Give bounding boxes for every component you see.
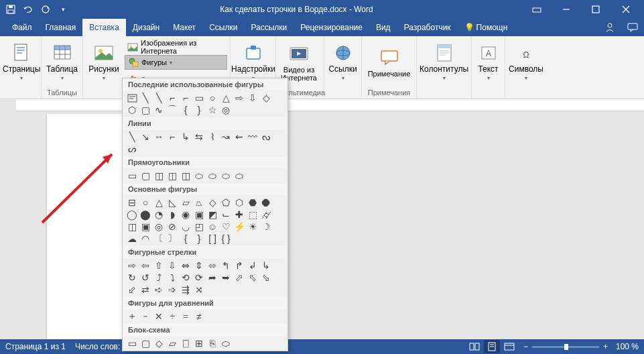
shape-double-arrow[interactable]: ↔ bbox=[152, 131, 166, 143]
tab-view[interactable]: Вид bbox=[369, 19, 397, 36]
shape-brace[interactable]: { bbox=[179, 104, 192, 116]
shape-bracepair[interactable]: { } bbox=[219, 233, 233, 245]
shape-dodecagon[interactable]: ⬤ bbox=[139, 209, 152, 221]
shape-arrow[interactable]: ⇔ bbox=[179, 259, 192, 272]
shape-round-rect[interactable]: ⬭ bbox=[192, 170, 206, 182]
shape-snip-rect[interactable]: ◫ bbox=[152, 170, 166, 182]
shape-arrow[interactable]: ⇧ bbox=[152, 259, 166, 272]
shape-diamond[interactable]: ◇ bbox=[206, 196, 219, 209]
zoom-slider[interactable] bbox=[532, 346, 599, 348]
shape-arrow[interactable]: ↳ bbox=[259, 259, 273, 272]
shape-arrow[interactable]: ↰ bbox=[219, 259, 233, 272]
shape-oval[interactable]: ○ bbox=[206, 92, 219, 104]
shape-decision[interactable]: ◇ bbox=[152, 337, 166, 349]
shape-bevel[interactable]: ▣ bbox=[139, 221, 152, 233]
shape-bracketpair[interactable]: [ ] bbox=[206, 233, 219, 245]
pages-button[interactable]: Страницы▾ bbox=[3, 38, 40, 87]
shape-arrow[interactable]: ⤨ bbox=[192, 284, 206, 296]
shape-arc[interactable]: ◠ bbox=[139, 233, 152, 245]
shape-star[interactable]: ☆ bbox=[206, 104, 219, 116]
shape-arrow[interactable]: ⬁ bbox=[246, 272, 259, 284]
shape-curve[interactable]: ∿ bbox=[152, 104, 166, 116]
shape-curve-arrow[interactable]: ↝ bbox=[219, 131, 233, 143]
maximize-button[interactable] bbox=[581, 0, 610, 19]
shape-arrow[interactable]: ⟳ bbox=[192, 272, 206, 284]
shape-connector[interactable]: ⌐ bbox=[166, 92, 179, 104]
shape-triangle[interactable]: △ bbox=[152, 196, 166, 209]
shape-arrow[interactable]: ⤴ bbox=[152, 272, 166, 284]
shape-document[interactable]: ⎘ bbox=[206, 337, 219, 349]
shape-arrow[interactable]: ➩ bbox=[166, 284, 179, 296]
shape-scribble[interactable]: ᔕ bbox=[125, 143, 139, 155]
shape-arc[interactable]: ⌒ bbox=[166, 104, 179, 116]
shape-freeform[interactable]: 〰 bbox=[246, 131, 259, 143]
shape-line[interactable]: ╲ bbox=[152, 92, 166, 104]
shape-cross[interactable]: ✚ bbox=[233, 209, 246, 221]
shape-arrow[interactable]: ⤵ bbox=[166, 272, 179, 284]
shape-half-frame[interactable]: ◩ bbox=[206, 209, 219, 221]
shape-roundrect[interactable]: ▢ bbox=[139, 104, 152, 116]
shape-bracket[interactable]: 〕 bbox=[166, 233, 179, 245]
ribbon-options-button[interactable] bbox=[522, 0, 552, 19]
shape-divide[interactable]: ÷ bbox=[166, 310, 179, 322]
shape-lightning[interactable]: ⚡ bbox=[233, 221, 246, 233]
horizontal-ruler[interactable] bbox=[16, 99, 644, 111]
shape-smiley[interactable]: ☺ bbox=[206, 221, 219, 233]
shape-can[interactable]: ⌭ bbox=[259, 209, 273, 221]
shape-connector[interactable]: ⌐ bbox=[179, 92, 192, 104]
headers-button[interactable]: Колонтитулы▾ bbox=[420, 38, 468, 87]
shape-plaque[interactable]: ⬚ bbox=[246, 209, 259, 221]
shape-data[interactable]: ▱ bbox=[166, 337, 179, 349]
shape-arrow[interactable]: ⬃ bbox=[125, 284, 139, 296]
symbols-button[interactable]: Ω Символы▾ bbox=[508, 38, 544, 87]
shape-frame[interactable]: ▣ bbox=[192, 209, 206, 221]
shapes-button[interactable]: Фигуры ▾ bbox=[125, 55, 227, 70]
shape-round-rect[interactable]: ⬭ bbox=[219, 170, 233, 182]
shape-arrow[interactable]: ⇩ bbox=[166, 259, 179, 272]
shape-noSymbol[interactable]: ⊘ bbox=[166, 221, 179, 233]
shape-arrow[interactable]: ⬄ bbox=[206, 259, 219, 272]
shape-arrow[interactable]: ↲ bbox=[246, 259, 259, 272]
shape-multiply[interactable]: ✕ bbox=[152, 310, 166, 322]
shape-textbox[interactable]: ⊟ bbox=[125, 196, 139, 209]
close-button[interactable] bbox=[610, 0, 641, 19]
shape-arrow[interactable]: ↺ bbox=[139, 272, 152, 284]
status-page[interactable]: Страница 1 из 1 bbox=[5, 342, 66, 351]
shape-textbox[interactable] bbox=[125, 92, 139, 104]
qat-dropdown[interactable]: ▾ bbox=[55, 1, 71, 17]
shape-arrow[interactable]: ⟲ bbox=[179, 272, 192, 284]
view-print-layout[interactable] bbox=[484, 340, 500, 353]
shape-round-rect[interactable]: ⬭ bbox=[206, 170, 219, 182]
text-button[interactable]: A Текст▾ bbox=[474, 38, 502, 87]
undo-button[interactable] bbox=[20, 1, 36, 17]
shape-chord[interactable]: ◗ bbox=[166, 209, 179, 221]
shape-pie[interactable]: ◔ bbox=[152, 209, 166, 221]
tab-references[interactable]: Ссылки bbox=[202, 19, 244, 36]
shape-elbow[interactable]: ⌐ bbox=[166, 131, 179, 143]
shape-brace[interactable]: { bbox=[179, 233, 192, 245]
shape-folded[interactable]: ◰ bbox=[192, 221, 206, 233]
shape-plus[interactable]: ＋ bbox=[125, 310, 139, 322]
shape-brace[interactable]: } bbox=[192, 104, 206, 116]
tab-insert[interactable]: Вставка bbox=[82, 19, 126, 36]
zoom-in-button[interactable]: + bbox=[603, 342, 608, 351]
shape-heptagon[interactable]: ⬣ bbox=[246, 196, 259, 209]
shape-snip-rect[interactable]: ◫ bbox=[166, 170, 179, 182]
shape-arrow[interactable]: ➦ bbox=[206, 272, 219, 284]
save-button[interactable] bbox=[3, 1, 19, 17]
shape-alt-process[interactable]: ▢ bbox=[139, 337, 152, 349]
shape-decagon[interactable]: ◯ bbox=[125, 209, 139, 221]
shape-scribble[interactable]: ᔓ bbox=[259, 131, 273, 143]
shape-callout[interactable]: ◎ bbox=[219, 104, 233, 116]
shape-rect[interactable]: ▭ bbox=[125, 170, 139, 182]
view-read-mode[interactable] bbox=[466, 340, 482, 353]
shape-arrow[interactable]: ➥ bbox=[219, 272, 233, 284]
shape-hexagon[interactable]: ⬡ bbox=[125, 104, 139, 116]
shape-roundrect[interactable]: ▢ bbox=[139, 170, 152, 182]
shape-sun[interactable]: ☀ bbox=[246, 221, 259, 233]
shape-equal[interactable]: ＝ bbox=[179, 310, 192, 322]
status-word-count[interactable]: Число слов: 1 bbox=[75, 342, 127, 351]
table-button[interactable]: Таблица▾ bbox=[44, 38, 80, 87]
zoom-out-button[interactable]: − bbox=[523, 342, 528, 351]
shape-predef[interactable]: ⎕ bbox=[179, 337, 192, 349]
